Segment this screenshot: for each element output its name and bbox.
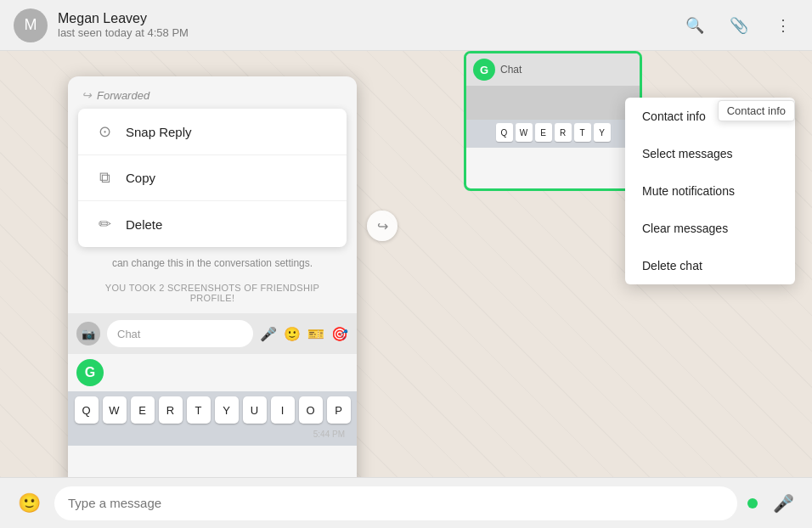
mic-icon: 🎤 — [260, 326, 277, 342]
card-chat-input-row: 📷 Chat 🎤 🙂 🎫 🎯 — [68, 313, 357, 354]
forward-icon: ↪ — [377, 218, 388, 234]
snap-reply-icon: ⊙ — [95, 122, 114, 141]
message-input[interactable] — [54, 486, 737, 520]
forwarded-label: ↪ Forwarded — [68, 76, 357, 109]
card-chat-field: Chat — [107, 320, 253, 347]
key-o[interactable]: O — [299, 396, 323, 424]
snap-reply-item[interactable]: ⊙ Snap Reply — [78, 109, 347, 155]
mini-key-y[interactable]: Y — [594, 123, 611, 142]
card-timestamp: 5:44 PM — [71, 428, 353, 442]
bitmoji-icon: 🎯 — [331, 326, 348, 342]
keyboard-row-1: Q W E R T Y U I O P — [71, 396, 353, 424]
mic-button[interactable]: 🎤 — [768, 488, 798, 519]
key-r[interactable]: R — [159, 396, 183, 424]
header-actions: 🔍 📎 ⋮ — [679, 10, 798, 41]
paperclip-icon: 📎 — [730, 16, 748, 35]
mini-key-q[interactable]: Q — [496, 123, 513, 142]
copy-item[interactable]: ⧉ Copy — [78, 155, 347, 201]
mini-chat-label: Chat — [500, 64, 522, 76]
key-p[interactable]: P — [327, 396, 351, 424]
mini-g-avatar: G — [473, 59, 495, 81]
delete-icon: ✏ — [95, 215, 114, 233]
attach-button[interactable]: 📎 — [724, 10, 754, 41]
avatar: M — [14, 8, 48, 42]
search-icon: 🔍 — [685, 16, 704, 35]
mini-keyboard-row: Q W E R T Y — [469, 123, 637, 142]
key-y[interactable]: Y — [215, 396, 239, 424]
mini-key-w[interactable]: W — [516, 123, 533, 142]
sticker-icon: 🎫 — [307, 326, 324, 342]
more-options-button[interactable]: ⋮ — [768, 10, 798, 41]
key-t[interactable]: T — [187, 396, 211, 424]
forward-arrow-icon: ↪ — [82, 88, 92, 102]
key-u[interactable]: U — [243, 396, 267, 424]
key-w[interactable]: W — [103, 396, 127, 424]
copy-icon: ⧉ — [95, 169, 114, 187]
card-chat-icons: 🎤 🙂 🎫 🎯 — [260, 326, 348, 342]
mini-key-t[interactable]: T — [574, 123, 591, 142]
dropdown-delete-chat[interactable]: Delete chat — [625, 247, 795, 284]
dropdown-select-messages[interactable]: Select messages — [625, 135, 795, 172]
emoji-icon: 🙂 — [284, 326, 301, 342]
dropdown-menu: Contact info Select messages Mute notifi… — [625, 98, 795, 284]
more-icon: ⋮ — [775, 16, 791, 35]
emoji-face-icon: 🙂 — [18, 492, 41, 514]
mini-top-bar: G Chat — [466, 53, 640, 86]
dropdown-clear-messages[interactable]: Clear messages — [625, 210, 795, 247]
chat-area: ↪ Forwarded ⊙ Snap Reply ⧉ Copy ✏ Delete… — [0, 51, 812, 477]
search-button[interactable]: 🔍 — [679, 10, 710, 41]
card-g-avatar: G — [76, 359, 104, 386]
contact-status: last seen today at 4:58 PM — [58, 26, 679, 39]
mini-keyboard: Q W E R T Y — [466, 120, 640, 148]
mini-key-r[interactable]: R — [555, 123, 572, 142]
emoji-button[interactable]: 🙂 — [14, 488, 44, 519]
microphone-icon: 🎤 — [773, 493, 794, 514]
phone-screenshot-card: ↪ Forwarded ⊙ Snap Reply ⧉ Copy ✏ Delete… — [68, 76, 357, 477]
mini-screenshot: G Chat Q W E R T Y — [464, 51, 642, 191]
key-i[interactable]: I — [271, 396, 295, 424]
key-q[interactable]: Q — [75, 396, 99, 424]
card-system-message2: YOU TOOK 2 SCREENSHOTS OF FRIENDSHIP PRO… — [68, 279, 357, 306]
card-system-message1: can change this in the conversation sett… — [68, 247, 357, 279]
chat-header: M Megan Leavey last seen today at 4:58 P… — [0, 0, 812, 51]
mini-key-e[interactable]: E — [535, 123, 552, 142]
send-dot — [747, 498, 758, 508]
contact-name: Megan Leavey — [58, 11, 679, 26]
dropdown-mute-notifications[interactable]: Mute notifications — [625, 172, 795, 210]
bottom-bar: 🙂 🎤 — [0, 477, 812, 528]
key-e[interactable]: E — [131, 396, 155, 424]
forward-button[interactable]: ↪ — [367, 211, 398, 241]
card-keyboard: Q W E R T Y U I O P 5:44 PM — [68, 391, 357, 446]
delete-item[interactable]: ✏ Delete — [78, 201, 347, 247]
contact-info-tooltip: Contact info — [718, 100, 795, 121]
header-info: Megan Leavey last seen today at 4:58 PM — [58, 11, 679, 39]
camera-icon: 📷 — [76, 322, 100, 345]
context-menu: ⊙ Snap Reply ⧉ Copy ✏ Delete — [78, 109, 347, 247]
